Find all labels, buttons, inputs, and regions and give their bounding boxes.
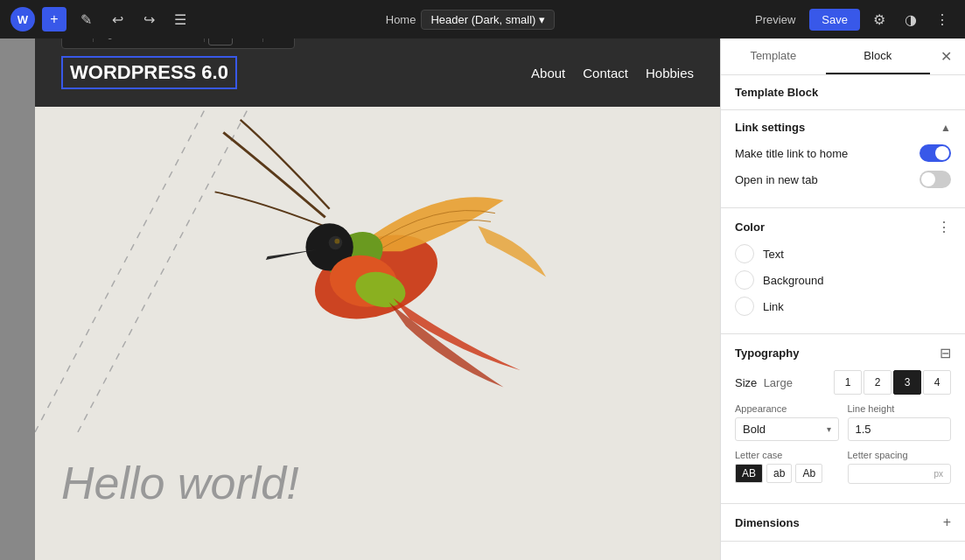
bird-area bbox=[35, 107, 720, 439]
divider3 bbox=[262, 38, 263, 42]
toggle-knob bbox=[935, 146, 949, 160]
size-label: Size Large bbox=[735, 376, 793, 389]
nav-contact[interactable]: Contact bbox=[583, 66, 628, 80]
hero-text-area: Hello world! bbox=[35, 439, 720, 527]
toggle-open-tab-row: Open in new tab bbox=[735, 171, 951, 188]
toolbar-center: Home Header (Dark, small) ▾ bbox=[199, 10, 741, 30]
canvas: ⊞ ◎ ⠿ ‹ › H1 ≡ ⋯ WORDPRESS 6.0 bbox=[0, 38, 720, 560]
color-text-row[interactable]: Text bbox=[735, 244, 951, 263]
template-block-title: Template Block bbox=[735, 86, 818, 99]
appearance-group: Appearance Bold ▾ bbox=[735, 403, 839, 441]
tab-template[interactable]: Template bbox=[721, 38, 826, 74]
settings-button[interactable]: ⚙ bbox=[867, 7, 892, 32]
breadcrumb-current[interactable]: Header (Dark, small) ▾ bbox=[421, 10, 555, 30]
dimensions-title: Dimensions bbox=[735, 516, 800, 529]
site-header: ⊞ ◎ ⠿ ‹ › H1 ≡ ⋯ WORDPRESS 6.0 bbox=[35, 38, 720, 107]
main-area: ⊞ ◎ ⠿ ‹ › H1 ≡ ⋯ WORDPRESS 6.0 bbox=[0, 38, 965, 560]
dimensions-add-button[interactable]: + bbox=[943, 514, 951, 530]
template-block-section: Template Block bbox=[721, 75, 965, 110]
collapse-link-settings[interactable]: ▲ bbox=[941, 122, 951, 134]
toggle-make-title[interactable] bbox=[920, 144, 951, 162]
color-title: Color bbox=[735, 220, 765, 234]
block-type-button[interactable]: ⊞ bbox=[65, 38, 89, 46]
toggle-open-tab-label: Open in new tab bbox=[735, 173, 818, 186]
typography-options-button[interactable]: ⊟ bbox=[940, 345, 951, 361]
toggle-make-title-row: Make title link to home bbox=[735, 144, 951, 162]
letter-case-Ab[interactable]: Ab bbox=[795, 464, 822, 483]
nav-hobbies[interactable]: Hobbies bbox=[646, 66, 694, 80]
redo-button[interactable]: ↪ bbox=[136, 7, 161, 32]
canvas-inner: ⊞ ◎ ⠿ ‹ › H1 ≡ ⋯ WORDPRESS 6.0 bbox=[35, 38, 720, 560]
appearance-line-height-row: Appearance Bold ▾ Line height 1.5 bbox=[735, 403, 951, 441]
dimensions-section: Dimensions + bbox=[721, 504, 965, 542]
line-height-input[interactable]: 1.5 bbox=[848, 417, 952, 441]
toggle-open-tab[interactable] bbox=[920, 171, 951, 188]
typography-header: Typography ⊟ bbox=[735, 345, 951, 361]
size-btn-3[interactable]: 3 bbox=[893, 370, 921, 395]
breadcrumb-home: Home bbox=[386, 13, 416, 26]
letter-case-AB[interactable]: AB bbox=[735, 464, 763, 483]
color-background-swatch bbox=[735, 270, 754, 290]
hero-heading: Hello world! bbox=[61, 457, 694, 509]
size-value: Large bbox=[764, 376, 793, 389]
size-row: Size Large 1 2 3 4 bbox=[735, 370, 951, 395]
size-btn-2[interactable]: 2 bbox=[864, 370, 892, 395]
letter-spacing-input[interactable]: px bbox=[848, 464, 952, 484]
sidebar-close-button[interactable]: ✕ bbox=[930, 41, 962, 73]
block-pin-button[interactable]: ◎ bbox=[97, 38, 122, 46]
appearance-label: Appearance bbox=[735, 403, 839, 414]
add-block-button[interactable]: + bbox=[42, 7, 66, 32]
line-height-label: Line height bbox=[848, 403, 952, 414]
appearance-value: Bold bbox=[743, 423, 766, 436]
size-btn-1[interactable]: 1 bbox=[834, 370, 862, 395]
letter-spacing-group: Letter spacing px bbox=[848, 450, 952, 484]
chevron-down-icon: ▾ bbox=[539, 13, 545, 26]
theme-button[interactable]: ◑ bbox=[899, 7, 923, 32]
more-options-button[interactable]: ⋯ bbox=[267, 38, 291, 46]
letter-spacing-unit: px bbox=[934, 469, 943, 479]
block-prev-button[interactable]: ‹ bbox=[150, 38, 174, 46]
toolbar-right: Preview Save ⚙ ◑ ⋮ bbox=[748, 7, 955, 32]
main-toolbar: W + ✎ ↩ ↪ ☰ Home Header (Dark, small) ▾ … bbox=[0, 0, 965, 38]
options-button[interactable]: ⋮ bbox=[930, 7, 955, 32]
appearance-arrow: ▾ bbox=[827, 424, 831, 434]
letter-case-group: Letter case AB ab Ab bbox=[735, 450, 839, 484]
tools-button[interactable]: ✎ bbox=[73, 7, 98, 32]
sidebar-tabs: Template Block ✕ bbox=[721, 38, 965, 75]
save-button[interactable]: Save bbox=[809, 9, 860, 31]
letter-spacing-label: Letter spacing bbox=[848, 450, 952, 460]
link-settings-title: Link settings bbox=[735, 121, 805, 134]
appearance-dropdown[interactable]: Bold ▾ bbox=[735, 417, 839, 441]
site-title[interactable]: WORDPRESS 6.0 bbox=[61, 56, 237, 89]
color-link-label: Link bbox=[763, 300, 784, 313]
svg-line-0 bbox=[35, 107, 206, 432]
tab-block[interactable]: Block bbox=[826, 38, 931, 74]
divider bbox=[93, 38, 94, 42]
wp-logo[interactable]: W bbox=[10, 7, 35, 32]
block-drag-button[interactable]: ⠿ bbox=[123, 38, 148, 46]
letter-case-ab[interactable]: ab bbox=[766, 464, 792, 483]
color-background-row[interactable]: Background bbox=[735, 270, 951, 290]
list-view-button[interactable]: ☰ bbox=[168, 7, 192, 32]
preview-button[interactable]: Preview bbox=[748, 10, 802, 30]
color-text-swatch bbox=[735, 244, 754, 263]
toggle-make-title-label: Make title link to home bbox=[735, 147, 848, 160]
letter-case-label: Letter case bbox=[735, 450, 839, 460]
letter-case-buttons: AB ab Ab bbox=[735, 464, 839, 483]
typography-section: Typography ⊟ Size Large 1 2 3 4 Appearan… bbox=[721, 334, 965, 504]
color-link-row[interactable]: Link bbox=[735, 297, 951, 316]
block-toolbar: ⊞ ◎ ⠿ ‹ › H1 ≡ ⋯ bbox=[61, 38, 295, 49]
size-btn-4[interactable]: 4 bbox=[923, 370, 951, 395]
link-settings-section: Link settings ▲ Make title link to home … bbox=[721, 110, 965, 208]
typography-title: Typography bbox=[735, 346, 799, 360]
color-section-header: Color ⋮ bbox=[735, 219, 951, 235]
block-next-button[interactable]: › bbox=[176, 38, 200, 46]
line-height-value: 1.5 bbox=[856, 423, 871, 436]
nav-about[interactable]: About bbox=[531, 66, 565, 80]
align-button[interactable]: ≡ bbox=[234, 38, 259, 46]
heading-button[interactable]: H1 bbox=[208, 38, 233, 46]
sidebar: Template Block ✕ Template Block Link set… bbox=[720, 38, 965, 560]
undo-button[interactable]: ↩ bbox=[105, 7, 129, 32]
toggle-open-tab-knob bbox=[921, 172, 935, 186]
color-options-button[interactable]: ⋮ bbox=[937, 219, 951, 235]
